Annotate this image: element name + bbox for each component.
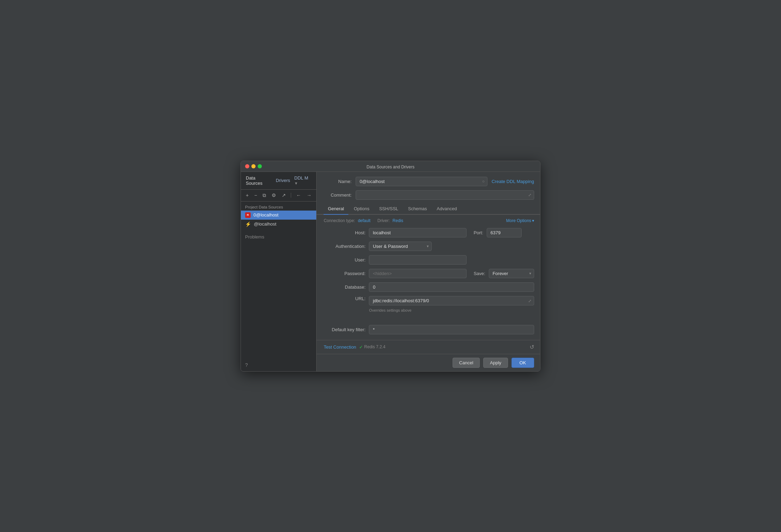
tab-data-sources[interactable]: Data Sources [244,175,273,187]
back-button[interactable]: ← [295,192,302,199]
help-button[interactable]: ? [245,362,248,368]
url-hint: Overrides settings above [324,308,534,312]
comment-input-wrap: ⤢ [356,190,534,200]
database-row: Database: [324,282,534,292]
forward-button[interactable]: → [305,192,313,199]
name-row: Name: ○ Create DDL Mapping [317,172,540,189]
url-label: URL: [324,296,365,301]
sidebar-bottom: ? [241,359,316,371]
user-input[interactable] [369,255,467,265]
name-input-wrap: ○ [356,177,487,186]
key-filter-label: Default key filter: [324,327,365,332]
right-panel: Name: ○ Create DDL Mapping Comment: ⤢ Ge… [317,172,540,371]
tab-schemas[interactable]: Schemas [404,203,431,215]
datasource-name-1: @localhost [254,221,276,227]
port-input[interactable] [487,228,522,237]
save-select[interactable]: Forever Until restart Never [489,269,534,278]
list-item-0-at-localhost[interactable]: R 0@localhost [241,211,316,220]
auth-select-wrap: User & Password None Password ▾ [369,242,432,251]
tab-advanced[interactable]: Advanced [433,203,461,215]
cancel-button[interactable]: Cancel [453,358,480,368]
bottom-bar: Test Connection ✓ Redis 7.2.4 ↺ [317,340,540,354]
remove-button[interactable]: − [253,192,258,199]
toolbar-separator [291,193,291,198]
tab-ssh-ssl[interactable]: SSH/SSL [375,203,402,215]
more-options-button[interactable]: More Options ▾ [506,218,534,223]
key-filter-row: Default key filter: [324,325,534,334]
password-label: Password: [324,271,365,276]
expand-icon: ⤢ [528,193,531,197]
connection-type-label: Connection type: [324,218,355,223]
form-area: Host: Port: Authentication: User & Passw… [317,227,540,340]
close-button[interactable] [245,164,249,168]
auth-row: Authentication: User & Password None Pas… [324,242,534,251]
more-options-chevron-icon: ▾ [532,218,534,223]
datasource-name-0: 0@localhost [253,212,279,218]
refresh-icon[interactable]: ↺ [530,344,534,350]
auth-select[interactable]: User & Password None Password [369,242,432,251]
url-input-wrap: ⤢ [369,296,534,305]
host-label: Host: [324,230,365,235]
list-item-at-localhost[interactable]: ⚡ @localhost [241,220,316,229]
sidebar-toolbar: + − ⧉ ⚙ ↗ ← → [241,190,316,202]
host-row: Host: Port: [324,228,534,237]
create-ddl-link[interactable]: Create DDL Mapping [492,179,534,184]
test-connection-button[interactable]: Test Connection [324,344,356,350]
tab-options[interactable]: Options [350,203,374,215]
connection-type-value[interactable]: default [358,218,370,223]
minimize-button[interactable] [251,164,256,168]
user-row: User: [324,255,534,265]
traffic-lights [245,164,262,168]
maximize-button[interactable] [258,164,262,168]
ddl-chevron-icon: ▾ [295,181,297,186]
url-input[interactable] [369,296,534,305]
password-row: Password: Save: Forever Until restart Ne… [324,269,534,278]
export-button[interactable]: ↗ [280,192,287,199]
host-input[interactable] [369,228,467,237]
window-title: Data Sources and Drivers [366,165,414,169]
user-label: User: [324,257,365,263]
title-bar: Data Sources and Drivers [241,161,540,172]
driver-label: Driver: [377,218,389,223]
tab-ddl[interactable]: DDL M ▾ [293,175,313,187]
comment-input[interactable] [356,190,534,200]
main-content: Data Sources Drivers DDL M ▾ + − ⧉ ⚙ ↗ ←… [241,172,540,371]
ok-button[interactable]: OK [511,358,534,368]
auth-label: Authentication: [324,244,365,249]
driver-value[interactable]: Redis [393,218,403,223]
tabs-row: General Options SSH/SSL Schemas Advanced [317,203,540,215]
settings-button[interactable]: ⚙ [270,192,278,199]
copy-button[interactable]: ⧉ [261,192,267,199]
save-select-wrap: Forever Until restart Never ▾ [489,269,534,278]
password-input[interactable] [369,269,467,278]
tab-general[interactable]: General [324,203,348,215]
add-button[interactable]: + [244,192,250,199]
port-label: Port: [473,230,483,235]
name-input[interactable] [356,177,487,186]
url-row: URL: ⤢ [324,296,534,305]
connection-type-row: Connection type: default Driver: Redis M… [317,215,540,227]
dialog: Data Sources and Drivers Data Sources Dr… [241,161,540,372]
save-label: Save: [473,271,485,276]
apply-button[interactable]: Apply [483,358,508,368]
problems-label: Problems [241,229,316,241]
test-check-icon: ✓ [359,344,363,350]
key-filter-input[interactable] [369,325,534,334]
dialog-footer: Cancel Apply OK [317,354,540,371]
sidebar: Data Sources Drivers DDL M ▾ + − ⧉ ⚙ ↗ ←… [241,172,317,371]
name-label: Name: [324,179,351,184]
sidebar-tabs: Data Sources Drivers DDL M ▾ [241,172,316,190]
comment-row: Comment: ⤢ [317,189,540,203]
tab-drivers[interactable]: Drivers [274,177,291,184]
circle-icon: ○ [482,179,485,184]
comment-label: Comment: [324,192,351,198]
section-project-data-sources: Project Data Sources [241,202,316,211]
database-input[interactable] [369,282,534,292]
test-version-label: Redis 7.2.4 [364,344,386,349]
url-expand-icon: ⤢ [528,299,531,303]
broken-icon: ⚡ [245,221,251,227]
database-label: Database: [324,284,365,290]
redis-icon: R [245,212,251,218]
